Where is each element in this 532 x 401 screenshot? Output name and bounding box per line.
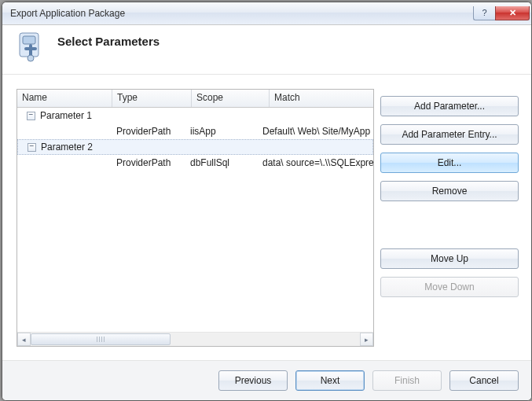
page-title: Select Parameters bbox=[57, 35, 160, 48]
horizontal-scrollbar[interactable]: ◂ ▸ bbox=[17, 332, 373, 346]
wizard-icon bbox=[13, 30, 48, 64]
scroll-track[interactable] bbox=[31, 333, 360, 346]
side-button-column: Add Parameter... Add Parameter Entry... … bbox=[380, 89, 519, 360]
next-button[interactable]: Next bbox=[295, 370, 365, 391]
wizard-content: Name Type Scope Match − Parameter 1 Prov… bbox=[2, 75, 531, 360]
wizard-footer: Previous Next Finish Cancel bbox=[2, 360, 531, 400]
col-header-type[interactable]: Type bbox=[112, 90, 192, 107]
cell-type: ProviderPath bbox=[112, 126, 185, 137]
table-row[interactable]: ProviderPath iisApp Default\ Web\ Site/M… bbox=[17, 123, 373, 139]
cell-match: Default\ Web\ Site/MyApp bbox=[258, 126, 373, 137]
collapse-icon[interactable]: − bbox=[28, 143, 36, 152]
cell-type: ProviderPath bbox=[112, 157, 185, 168]
add-parameter-button[interactable]: Add Parameter... bbox=[380, 96, 519, 116]
spacer bbox=[380, 209, 519, 241]
help-button[interactable]: ? bbox=[473, 6, 495, 20]
move-up-button[interactable]: Move Up bbox=[380, 248, 519, 269]
group-label: Parameter 2 bbox=[41, 142, 93, 153]
add-parameter-entry-button[interactable]: Add Parameter Entry... bbox=[380, 124, 519, 145]
svg-point-2 bbox=[28, 55, 34, 61]
table-row[interactable]: ProviderPath dbFullSql data\ source=\.\\… bbox=[17, 155, 373, 171]
col-header-match[interactable]: Match bbox=[270, 90, 373, 107]
finish-button: Finish bbox=[372, 370, 442, 391]
table-group-row[interactable]: − Parameter 2 bbox=[17, 139, 373, 155]
edit-button[interactable]: Edit... bbox=[380, 153, 519, 173]
cell-scope: iisApp bbox=[185, 126, 258, 137]
table-group-row[interactable]: − Parameter 1 bbox=[17, 108, 373, 123]
scroll-left-icon[interactable]: ◂ bbox=[17, 333, 31, 346]
help-icon: ? bbox=[482, 8, 486, 17]
window-title: Export Application Package bbox=[10, 8, 473, 19]
cell-scope: dbFullSql bbox=[185, 157, 258, 168]
window-controls: ? ✕ bbox=[473, 7, 530, 20]
scroll-thumb[interactable] bbox=[31, 333, 171, 345]
group-label: Parameter 1 bbox=[40, 110, 92, 121]
svg-rect-1 bbox=[23, 36, 35, 44]
close-button[interactable]: ✕ bbox=[495, 6, 530, 20]
table-header-row: Name Type Scope Match bbox=[17, 90, 373, 108]
collapse-icon[interactable]: − bbox=[27, 112, 35, 120]
dialog-window: Export Application Package ? ✕ Select Pa… bbox=[2, 2, 532, 401]
scroll-right-icon[interactable]: ▸ bbox=[360, 333, 373, 346]
titlebar: Export Application Package ? ✕ bbox=[2, 2, 531, 25]
table-body: − Parameter 1 ProviderPath iisApp Defaul… bbox=[17, 108, 373, 332]
close-icon: ✕ bbox=[509, 8, 516, 18]
col-header-name[interactable]: Name bbox=[17, 90, 112, 107]
parameters-table: Name Type Scope Match − Parameter 1 Prov… bbox=[17, 89, 374, 347]
cancel-button[interactable]: Cancel bbox=[449, 370, 519, 391]
previous-button[interactable]: Previous bbox=[218, 370, 288, 391]
wizard-header: Select Parameters bbox=[2, 25, 531, 75]
col-header-scope[interactable]: Scope bbox=[192, 90, 270, 107]
move-down-button: Move Down bbox=[380, 277, 519, 297]
remove-button[interactable]: Remove bbox=[380, 181, 519, 201]
cell-match: data\ source=\.\\SQLExpre bbox=[258, 157, 373, 168]
